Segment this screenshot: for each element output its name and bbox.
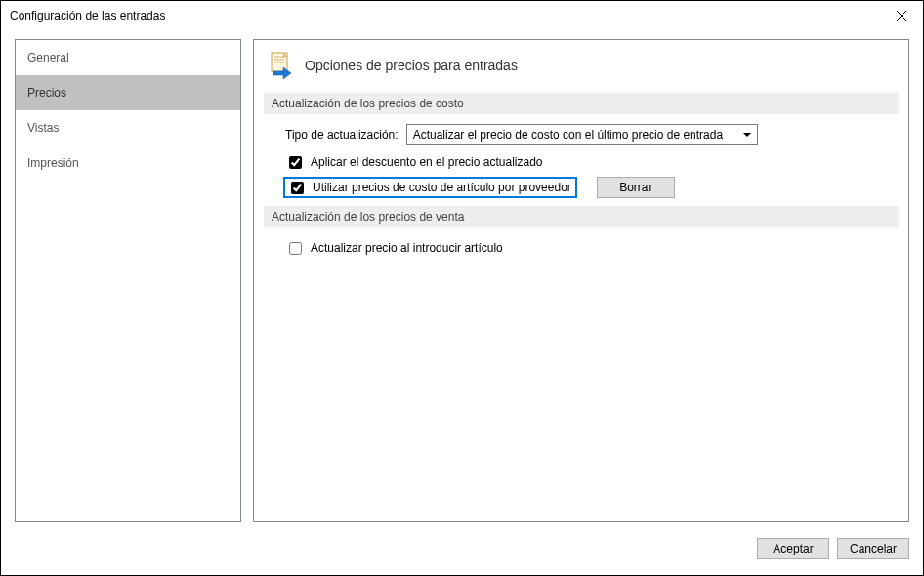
apply-discount-checkbox[interactable] (289, 156, 302, 169)
cancel-button[interactable]: Cancelar (837, 538, 909, 559)
sidebar: General Precios Vistas Impresión (15, 39, 241, 522)
section-sale-title: Actualización de los precios de venta (264, 206, 899, 227)
update-on-insert-checkbox[interactable] (289, 242, 302, 255)
sidebar-item-precios[interactable]: Precios (16, 75, 240, 110)
titlebar: Configuración de las entradas (1, 1, 923, 30)
update-type-value: Actualizar el precio de costo con el últ… (413, 128, 724, 142)
apply-discount-label: Aplicar el descuento en el precio actual… (311, 155, 542, 169)
close-icon (897, 11, 906, 21)
page-header: Opciones de precios para entradas (268, 52, 899, 79)
footer: Aceptar Cancelar (1, 531, 923, 566)
window-title: Configuración de las entradas (10, 9, 165, 22)
sidebar-item-vistas[interactable]: Vistas (16, 110, 240, 145)
use-supplier-cost-label: Utilizar precios de costo de artículo po… (313, 181, 571, 194)
page-title: Opciones de precios para entradas (305, 58, 518, 73)
clear-button[interactable]: Borrar (597, 177, 675, 198)
update-type-select[interactable]: Actualizar el precio de costo con el últ… (406, 124, 758, 145)
update-type-label: Tipo de actualización: (285, 128, 399, 142)
update-on-insert-label: Actualizar precio al introducir artículo (311, 241, 503, 255)
main-panel: Opciones de precios para entradas Actual… (253, 39, 909, 522)
section-cost-title: Actualización de los precios de costo (264, 93, 899, 114)
use-supplier-cost-checkbox[interactable] (291, 182, 304, 194)
sidebar-item-impresion[interactable]: Impresión (16, 145, 240, 181)
content-area: General Precios Vistas Impresión Opcione… (1, 30, 923, 531)
accept-button[interactable]: Aceptar (757, 538, 829, 559)
sidebar-item-general[interactable]: General (16, 40, 240, 75)
close-button[interactable] (880, 1, 923, 30)
document-arrow-icon (268, 52, 295, 79)
